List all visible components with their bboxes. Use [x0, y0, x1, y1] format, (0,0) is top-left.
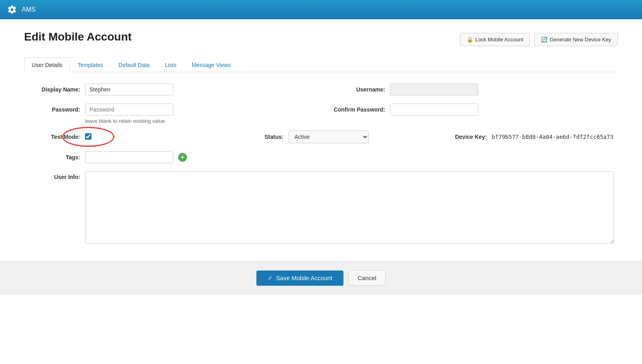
tab-user-details[interactable]: User Details [24, 57, 70, 72]
status-group: Status: Active Inactive Pending [232, 130, 411, 143]
lock-button-label: Lock Mobile Account [475, 37, 523, 43]
form-row-user-info: User Info: [28, 171, 614, 245]
page-footer: ✓ Save Mobile Account Cancel [0, 261, 642, 295]
device-key-value: bf79b577-b8d0-4a04-ae6d-fdf2fcc65a73 [492, 134, 613, 140]
cancel-button[interactable]: Cancel [348, 270, 386, 286]
lock-mobile-account-button[interactable]: 🔒 Lock Mobile Account [460, 33, 530, 46]
tags-group: Tags: + [28, 151, 309, 163]
device-key-label: Device Key: [435, 134, 487, 140]
confirm-password-input[interactable] [390, 104, 478, 116]
lock-icon: 🔒 [467, 37, 473, 43]
user-info-textarea[interactable] [85, 171, 614, 244]
form-row-names: Display Name: Username: [28, 83, 614, 96]
tags-label: Tags: [28, 154, 80, 161]
gear-icon [7, 5, 17, 14]
display-name-input[interactable] [85, 83, 173, 96]
tab-lists[interactable]: Lists [157, 57, 184, 72]
test-mode-checkbox[interactable] [85, 133, 91, 140]
password-hint: leave blank to retain existing value [85, 118, 614, 124]
form-row-tags: Tags: + [28, 151, 614, 163]
page-header: Edit Mobile Account 🔒 Lock Mobile Accoun… [24, 31, 618, 46]
password-group: Password: [28, 104, 309, 116]
password-label: Password: [28, 106, 80, 113]
password-input[interactable] [85, 104, 173, 116]
display-name-group: Display Name: [28, 83, 309, 96]
tab-default-data[interactable]: Default Data [111, 57, 157, 72]
user-info-label: User Info: [28, 174, 80, 180]
top-bar: AMS [0, 0, 642, 19]
main-content: Edit Mobile Account 🔒 Lock Mobile Accoun… [0, 19, 642, 245]
form-row-password: Password: Confirm Password: [28, 104, 614, 116]
tabs-bar: User Details Templates Default Data List… [24, 57, 618, 72]
generate-button-label: Generate New Device Key [550, 37, 611, 43]
confirm-password-label: Confirm Password: [333, 106, 385, 113]
form-row-status: Test Mode: Status: Active Inactive Pendi… [28, 130, 614, 143]
tags-input[interactable] [85, 151, 173, 163]
page-title: Edit Mobile Account [24, 31, 132, 43]
add-tag-button[interactable]: + [178, 153, 187, 162]
tab-templates[interactable]: Templates [70, 57, 111, 72]
user-info-textarea-wrap [85, 171, 614, 245]
form-section: Display Name: Username: Password: Confir… [24, 83, 618, 245]
refresh-icon: 🔄 [541, 37, 547, 43]
app-logo [6, 4, 18, 15]
page-actions: 🔒 Lock Mobile Account 🔄 Generate New Dev… [460, 33, 618, 46]
tab-message-views[interactable]: Message Views [184, 57, 239, 72]
user-info-group: User Info: [28, 171, 614, 245]
username-group: Username: [333, 83, 614, 96]
app-name: AMS [22, 6, 36, 13]
save-mobile-account-button[interactable]: ✓ Save Mobile Account [256, 270, 343, 286]
device-key-group: Device Key: bf79b577-b8d0-4a04-ae6d-fdf2… [435, 134, 614, 140]
username-input[interactable] [390, 83, 478, 96]
test-mode-group: Test Mode: [28, 133, 207, 141]
status-label: Status: [232, 134, 284, 140]
generate-device-key-button[interactable]: 🔄 Generate New Device Key [534, 33, 618, 46]
confirm-password-group: Confirm Password: [333, 104, 614, 116]
test-mode-checkbox-wrap [85, 133, 91, 141]
save-button-label: Save Mobile Account [276, 275, 332, 281]
status-select[interactable]: Active Inactive Pending [288, 130, 369, 143]
test-mode-label: Test Mode: [28, 134, 80, 140]
username-label: Username: [333, 86, 385, 93]
display-name-label: Display Name: [28, 86, 80, 93]
checkmark-icon: ✓ [268, 275, 273, 282]
